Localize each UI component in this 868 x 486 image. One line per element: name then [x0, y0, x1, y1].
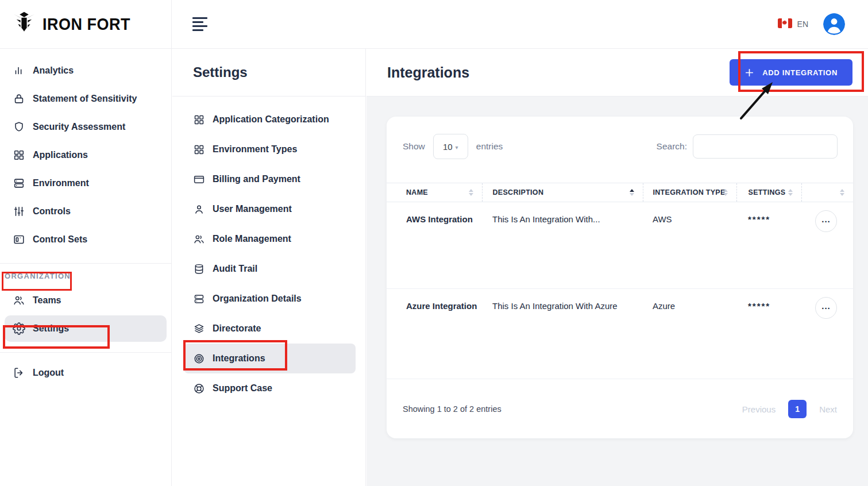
sort-icon	[723, 189, 728, 196]
menu-item-application-categorization[interactable]: Application Categorization	[184, 105, 356, 134]
menu-item-organization-details[interactable]: Organization Details	[184, 284, 356, 314]
language-label: EN	[797, 20, 808, 29]
table-row: AWS Integration This Is An Integration W…	[387, 202, 853, 289]
column-header-description[interactable]: DESCRIPTION	[482, 183, 643, 202]
main-header: Integrations ADD INTEGRATION	[367, 49, 868, 97]
top-bar-main: EN	[172, 0, 868, 48]
main-content: Integrations ADD INTEGRATION Show 10 ▾ e…	[367, 49, 868, 486]
server-icon	[13, 177, 25, 190]
menu-item-label: Application Categorization	[213, 114, 329, 125]
page-size-select[interactable]: 10 ▾	[433, 134, 468, 159]
card-icon	[13, 233, 25, 246]
menu-item-audit-trail[interactable]: Audit Trail	[184, 254, 356, 284]
sidebar-item-logout[interactable]: Logout	[5, 358, 167, 387]
menu-item-label: User Management	[213, 204, 292, 214]
layers-icon	[193, 323, 205, 335]
sidebar-item-control-sets[interactable]: Control Sets	[5, 225, 167, 253]
cell-settings: *****	[736, 289, 801, 379]
sidebar-item-label: Applications	[33, 150, 88, 160]
users-icon	[13, 294, 25, 307]
app-window: IRON FORT EN	[0, 0, 868, 486]
cell-settings: *****	[736, 202, 801, 289]
table-header-row: NAME DESCRIPTION INTEGRATION TYPE	[387, 183, 853, 202]
column-header-settings[interactable]: SETTINGS	[736, 183, 801, 202]
lock-icon	[13, 92, 25, 105]
sort-icon	[469, 189, 473, 196]
sidebar-item-applications[interactable]: Applications	[5, 141, 167, 169]
sidebar-item-environment[interactable]: Environment	[5, 169, 167, 197]
page-size-value: 10	[443, 142, 453, 152]
current-page-button[interactable]: 1	[788, 400, 807, 418]
plus-icon	[744, 68, 754, 78]
menu-item-label: Environment Types	[213, 144, 297, 155]
add-integration-button[interactable]: ADD INTEGRATION	[730, 59, 852, 86]
hamburger-menu-icon[interactable]	[192, 17, 207, 31]
sidebar-item-statement-of-sensitivity[interactable]: Statement of Sensitivity	[5, 84, 167, 113]
sidebar-divider	[0, 263, 171, 264]
search-controls: Search:	[657, 134, 838, 159]
sidebar-item-label: Logout	[33, 368, 64, 378]
sidebar-item-label: Settings	[33, 323, 69, 334]
sidebar-item-teams[interactable]: Teams	[5, 286, 167, 314]
cell-integration-type: Azure	[643, 289, 736, 379]
main-body: Show 10 ▾ entries Search:	[367, 97, 868, 458]
cell-actions: ...	[801, 202, 853, 289]
show-label: Show	[403, 141, 425, 152]
row-actions-button[interactable]: ...	[815, 210, 837, 232]
column-header-integration-type[interactable]: INTEGRATION TYPE	[643, 183, 736, 202]
menu-item-user-management[interactable]: User Management	[184, 194, 356, 224]
language-selector[interactable]: EN	[778, 18, 808, 30]
menu-item-directorate[interactable]: Directorate	[184, 314, 356, 344]
brand-mark-icon	[11, 10, 37, 38]
sidebar-item-label: Controls	[33, 206, 71, 217]
pagination: Previous 1 Next	[742, 400, 837, 418]
menu-item-label: Support Case	[213, 383, 272, 394]
credit-card-icon	[193, 173, 205, 186]
entries-label: entries	[476, 141, 503, 152]
column-header-actions[interactable]	[801, 183, 853, 202]
chevron-down-icon: ▾	[456, 144, 458, 151]
cell-actions: ...	[801, 289, 853, 379]
sort-icon	[788, 189, 793, 196]
user-icon	[193, 203, 205, 215]
sidebar-item-label: Security Assessment	[33, 122, 125, 132]
settings-panel-title: Settings	[193, 64, 248, 80]
server-icon	[193, 293, 205, 305]
user-avatar[interactable]	[823, 13, 845, 35]
sliders-icon	[13, 205, 25, 218]
menu-item-support-case[interactable]: Support Case	[184, 373, 356, 403]
sidebar-item-label: Analytics	[33, 65, 74, 76]
cell-description: This Is An Integration With Azure	[482, 289, 643, 379]
entries-summary: Showing 1 to 2 of 2 entries	[403, 404, 501, 414]
sidebar-item-settings[interactable]: Settings	[5, 315, 167, 342]
users-icon	[193, 233, 205, 245]
sidebar-item-security-assessment[interactable]: Security Assessment	[5, 113, 167, 141]
sidebar-item-label: Environment	[33, 178, 89, 188]
previous-page-button[interactable]: Previous	[742, 404, 776, 414]
sidebar-item-analytics[interactable]: Analytics	[5, 56, 167, 84]
row-actions-button[interactable]: ...	[815, 297, 837, 319]
next-page-button[interactable]: Next	[819, 404, 837, 414]
menu-item-label: Billing and Payment	[213, 174, 300, 184]
sidebar-section-organization: ORGANIZATION	[0, 272, 171, 280]
menu-item-billing-and-payment[interactable]: Billing and Payment	[184, 164, 356, 194]
search-label: Search:	[657, 141, 687, 152]
menu-item-role-management[interactable]: Role Management	[184, 224, 356, 254]
cell-integration-type: AWS	[643, 202, 736, 289]
grid-icon	[13, 149, 25, 161]
brand-logo[interactable]: IRON FORT	[0, 0, 172, 48]
search-input[interactable]	[693, 134, 838, 159]
sidebar-item-controls[interactable]: Controls	[5, 197, 167, 225]
table-row: Azure Integration This Is An Integration…	[387, 289, 853, 379]
menu-item-integrations[interactable]: Integrations	[184, 344, 356, 373]
menu-item-label: Organization Details	[213, 294, 302, 304]
table-controls: Show 10 ▾ entries Search:	[387, 117, 853, 159]
brand-name: IRON FORT	[43, 14, 130, 33]
grid-icon	[193, 144, 205, 156]
settings-panel-header: Settings	[172, 49, 365, 97]
column-header-name[interactable]: NAME	[387, 183, 482, 202]
integrations-card: Show 10 ▾ entries Search:	[387, 117, 853, 438]
integrations-table: NAME DESCRIPTION INTEGRATION TYPE	[387, 183, 853, 379]
add-integration-label: ADD INTEGRATION	[762, 68, 838, 77]
menu-item-environment-types[interactable]: Environment Types	[184, 134, 356, 164]
